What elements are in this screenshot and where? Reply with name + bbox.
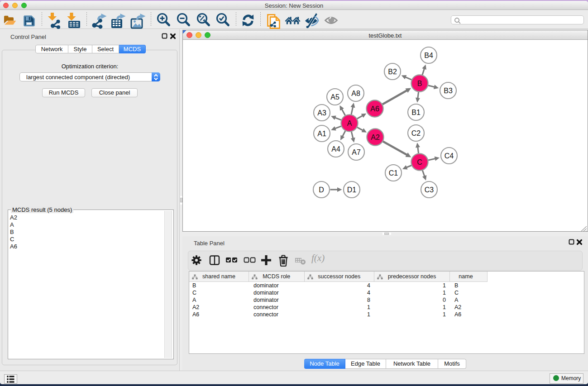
- svg-text:A6: A6: [370, 105, 379, 113]
- svg-text:C3: C3: [425, 186, 434, 194]
- svg-text:A7: A7: [352, 148, 361, 156]
- svg-text:A4: A4: [331, 145, 340, 153]
- svg-text:B2: B2: [388, 68, 397, 76]
- svg-text:B4: B4: [424, 52, 433, 59]
- svg-text:A3: A3: [317, 109, 326, 117]
- svg-text:D: D: [319, 186, 324, 194]
- svg-text:A2: A2: [371, 133, 380, 141]
- svg-text:B: B: [417, 80, 422, 87]
- svg-text:C: C: [417, 158, 422, 166]
- svg-text:C2: C2: [411, 129, 421, 137]
- svg-text:A: A: [347, 119, 352, 127]
- svg-text:A1: A1: [317, 130, 326, 138]
- svg-text:A8: A8: [351, 90, 360, 97]
- svg-text:C4: C4: [445, 152, 454, 160]
- svg-text:B1: B1: [411, 109, 421, 116]
- svg-text:C1: C1: [389, 169, 398, 177]
- svg-text:D1: D1: [347, 186, 357, 194]
- svg-text:B3: B3: [444, 87, 453, 95]
- svg-text:A5: A5: [330, 93, 339, 101]
